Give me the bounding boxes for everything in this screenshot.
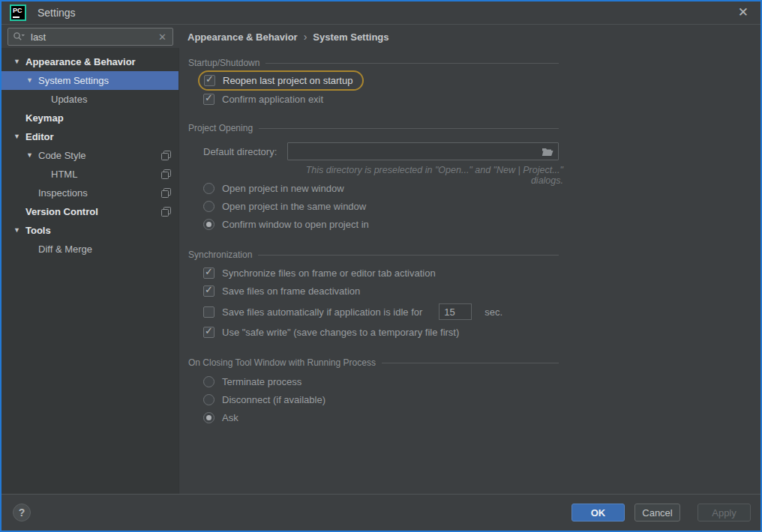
checkbox-icon[interactable] — [203, 267, 214, 279]
section-startup-shutdown: Startup/Shutdown — [188, 58, 559, 68]
tree-item-code-style[interactable]: ▼ Code Style — [2, 146, 178, 165]
breadcrumb-system-settings: System Settings — [313, 31, 388, 43]
clear-search-icon[interactable]: ✕ — [158, 31, 166, 43]
tree-item-html[interactable]: HTML — [2, 165, 178, 184]
section-title: Project Opening — [188, 123, 253, 133]
breadcrumb-appearance-behavior[interactable]: Appearance & Behavior — [188, 31, 298, 43]
chevron-down-icon[interactable]: ▼ — [12, 127, 26, 146]
radio-open-new-window[interactable]: Open project in new window — [203, 183, 344, 194]
breadcrumb-separator-icon: › — [304, 31, 308, 43]
section-synchronization: Synchronization — [188, 250, 559, 260]
checkbox-save-on-deactivation[interactable]: Save files on frame deactivation — [203, 285, 360, 297]
pycharm-logo-icon: PC — [10, 4, 26, 21]
chevron-down-icon[interactable]: ▼ — [25, 146, 38, 165]
seconds-unit-label: sec. — [484, 306, 502, 318]
default-directory-field[interactable] — [287, 142, 559, 160]
radio-icon[interactable] — [203, 201, 214, 212]
section-title: Startup/Shutdown — [188, 58, 260, 68]
help-button[interactable]: ? — [13, 504, 31, 522]
chevron-down-icon[interactable]: ▼ — [12, 52, 26, 71]
tree-item-keymap[interactable]: Keymap — [2, 109, 178, 127]
radio-icon[interactable] — [203, 376, 214, 387]
checkbox-icon[interactable] — [203, 327, 214, 338]
radio-open-same-window[interactable]: Open project in the same window — [203, 201, 366, 212]
section-divider — [266, 63, 559, 64]
search-input[interactable] — [31, 31, 151, 43]
tree-item-version-control[interactable]: Version Control — [2, 202, 178, 221]
default-directory-label: Default directory: — [203, 146, 277, 157]
pycharm-logo-underscore — [13, 16, 20, 18]
tree-item-editor[interactable]: ▼ Editor — [2, 127, 178, 146]
radio-icon[interactable] — [203, 394, 214, 405]
section-divider — [259, 128, 559, 129]
radio-ask[interactable]: Ask — [203, 412, 238, 423]
search-dropdown-arrow-icon — [22, 34, 26, 37]
radio-terminate-process[interactable]: Terminate process — [203, 376, 302, 387]
chevron-down-icon[interactable]: ▼ — [12, 221, 26, 240]
section-title: Synchronization — [188, 250, 252, 260]
checkbox-icon[interactable] — [204, 75, 215, 86]
checkbox-synchronize-files[interactable]: Synchronize files on frame or editor tab… — [203, 267, 436, 279]
header-band: ✕ Appearance & Behavior › System Setting… — [2, 25, 760, 48]
settings-search-box[interactable]: ✕ — [8, 28, 173, 46]
tree-item-diff-merge[interactable]: Diff & Merge — [2, 240, 178, 259]
checkbox-safe-write[interactable]: Use "safe write" (save changes to a temp… — [203, 327, 459, 338]
section-project-opening: Project Opening — [188, 123, 559, 133]
tree-item-inspections[interactable]: Inspections — [2, 184, 178, 202]
browse-folder-icon[interactable] — [542, 147, 554, 157]
checkbox-save-automatically[interactable]: Save files automatically if application … — [203, 303, 502, 320]
radio-icon[interactable] — [203, 412, 214, 423]
tree-item-updates[interactable]: Updates — [2, 90, 178, 109]
default-directory-input[interactable] — [288, 146, 542, 157]
question-mark-icon: ? — [19, 507, 26, 519]
checkbox-icon[interactable] — [203, 285, 214, 297]
dialog-footer: ? OK Cancel Apply — [2, 494, 760, 531]
project-scope-icon — [161, 151, 171, 160]
apply-button[interactable]: Apply — [698, 504, 751, 522]
checkbox-reopen-last-project[interactable]: Reopen last project on startup — [198, 70, 364, 91]
ok-button[interactable]: OK — [572, 504, 625, 522]
tree-item-system-settings[interactable]: ▼ System Settings — [2, 71, 178, 90]
title-bar: PC Settings ✕ — [2, 1, 760, 25]
section-title: On Closing Tool Window with Running Proc… — [188, 357, 376, 368]
tree-item-tools[interactable]: ▼ Tools — [2, 221, 178, 240]
radio-confirm-window[interactable]: Confirm window to open project in — [203, 219, 369, 230]
project-scope-icon — [161, 188, 171, 198]
settings-tree: ▼ Appearance & Behavior ▼ System Setting… — [2, 48, 179, 494]
dialog-title: Settings — [38, 7, 76, 19]
search-icon — [13, 31, 26, 42]
settings-content-panel: Startup/Shutdown Reopen last project on … — [180, 48, 760, 494]
checkbox-icon[interactable] — [203, 306, 214, 318]
tree-item-appearance-behavior[interactable]: ▼ Appearance & Behavior — [2, 52, 178, 71]
idle-seconds-input[interactable] — [439, 303, 472, 320]
checkbox-confirm-application-exit[interactable]: Confirm application exit — [203, 94, 323, 105]
cancel-button[interactable]: Cancel — [634, 504, 680, 522]
settings-dialog: PC Settings ✕ ✕ Appearance & Behavior › … — [0, 0, 762, 532]
breadcrumb: Appearance & Behavior › System Settings — [188, 25, 389, 48]
radio-icon[interactable] — [203, 183, 214, 194]
project-scope-icon — [161, 169, 171, 179]
chevron-down-icon[interactable]: ▼ — [25, 71, 38, 90]
project-scope-icon — [161, 207, 171, 217]
radio-disconnect[interactable]: Disconnect (if available) — [203, 394, 326, 405]
radio-icon[interactable] — [203, 219, 214, 230]
checkbox-icon[interactable] — [203, 94, 214, 105]
close-icon[interactable]: ✕ — [738, 5, 748, 20]
section-divider — [382, 363, 559, 363]
section-on-closing-tool-window: On Closing Tool Window with Running Proc… — [188, 357, 559, 368]
pycharm-logo-text: PC — [11, 6, 25, 14]
section-divider — [258, 255, 559, 256]
